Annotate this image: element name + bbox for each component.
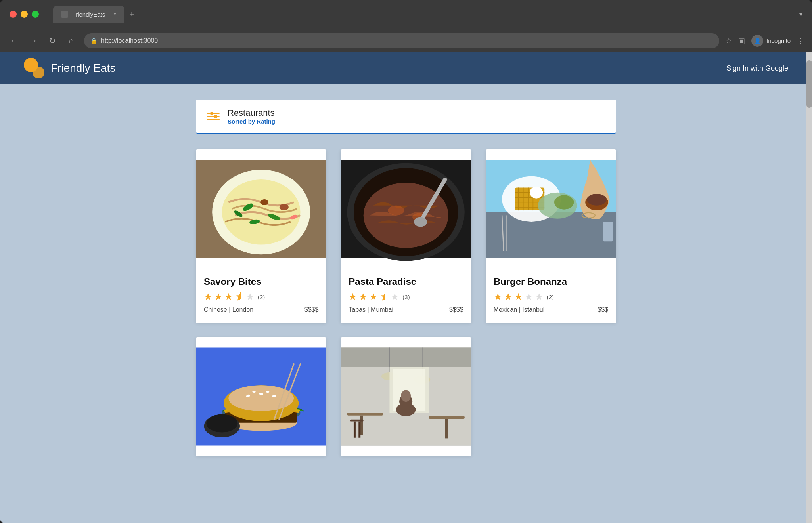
url-bar[interactable]: 🔒 http://localhost:3000 [84, 33, 719, 48]
restaurant-grid: Savory Bites ★ ★ ★ ⯨ ★ (2) Chinese | Lon… [196, 149, 616, 323]
restaurant-name-2: Pasta Paradise [349, 276, 463, 287]
star-2-1: ★ [349, 291, 357, 302]
restaurant-meta-2: Tapas | Mumbai $$$$ [349, 306, 463, 313]
svg-point-33 [554, 195, 574, 209]
filter-line-2 [207, 116, 220, 117]
app-container: Friendly Eats Sign In with Google [0, 52, 812, 523]
svg-rect-72 [445, 419, 448, 438]
close-tab-button[interactable]: × [113, 11, 117, 17]
back-button[interactable]: ← [8, 34, 21, 47]
food-svg-1 [196, 149, 326, 268]
stars-2: ★ ★ ★ ⯨ ★ (3) [349, 291, 463, 302]
restaurant-type-3: Mexican | Istanbul [494, 306, 545, 313]
svg-point-8 [260, 199, 268, 205]
svg-point-14 [388, 206, 404, 216]
filter-line-1 [207, 113, 220, 114]
svg-rect-73 [350, 420, 364, 422]
title-bar: FriendlyEats × + ▾ [0, 0, 812, 29]
sort-label: Sorted by Rating [228, 118, 275, 125]
active-tab[interactable]: FriendlyEats × [53, 6, 124, 23]
restaurant-type-1: Chinese | London [204, 306, 253, 313]
star-3-3: ★ [514, 291, 523, 302]
sidebar-icon[interactable]: ▣ [738, 36, 745, 45]
svg-rect-74 [354, 422, 356, 438]
star-3-2: ★ [504, 291, 513, 302]
tab-favicon [61, 11, 68, 18]
restaurant-card-4[interactable] [196, 337, 326, 456]
review-count-1: (2) [258, 294, 265, 300]
restaurant-image-1 [196, 149, 326, 268]
food-svg-3 [486, 149, 616, 268]
review-count-2: (3) [402, 294, 410, 300]
svg-point-7 [280, 204, 289, 210]
star-1-3: ★ [224, 291, 233, 302]
maximize-window-button[interactable] [32, 11, 39, 18]
sign-in-button[interactable]: Sign In with Google [726, 64, 788, 73]
menu-dots-button[interactable]: ⋮ [797, 36, 804, 45]
home-button[interactable]: ⌂ [65, 34, 78, 47]
tab-bar: FriendlyEats × + [53, 6, 138, 23]
star-2-4: ⯨ [379, 291, 389, 302]
restaurant-card-2[interactable]: Pasta Paradise ★ ★ ★ ⯨ ★ (3) Tapas | Mum… [341, 149, 471, 323]
filter-dot-2 [214, 115, 217, 118]
star-1-1: ★ [204, 291, 213, 302]
filter-icon[interactable] [207, 113, 220, 120]
svg-rect-59 [341, 348, 471, 367]
app-title: Friendly Eats [51, 62, 115, 74]
app-logo: Friendly Eats [24, 58, 115, 78]
incognito-badge[interactable]: 👤 Incognito [751, 35, 791, 47]
star-1-5: ★ [246, 291, 255, 302]
browser-window: FriendlyEats × + ▾ ← → ↻ ⌂ 🔒 http://loca… [0, 0, 812, 523]
forward-button[interactable]: → [27, 34, 40, 47]
restaurants-header-card: Restaurants Sorted by Rating [196, 100, 616, 134]
close-window-button[interactable] [10, 11, 17, 18]
star-1-2: ★ [214, 291, 223, 302]
incognito-label: Incognito [766, 37, 791, 44]
bookmark-icon[interactable]: ☆ [726, 36, 732, 45]
svg-rect-70 [360, 416, 363, 435]
star-3-1: ★ [494, 291, 502, 302]
restaurant-name-3: Burger Bonanza [494, 276, 608, 287]
restaurant-info-1: Savory Bites ★ ★ ★ ⯨ ★ (2) Chinese | Lon… [196, 268, 326, 323]
svg-point-56 [206, 414, 237, 432]
restaurant-grid-row-2 [196, 337, 616, 456]
nav-bar: ← → ↻ ⌂ 🔒 http://localhost:3000 ☆ ▣ 👤 In… [0, 29, 812, 52]
star-2-2: ★ [359, 291, 368, 302]
food-svg-2 [341, 149, 471, 268]
svg-rect-69 [347, 413, 383, 416]
restaurant-info-2: Pasta Paradise ★ ★ ★ ⯨ ★ (3) Tapas | Mum… [341, 268, 471, 323]
main-content: Restaurants Sorted by Rating [0, 84, 812, 523]
svg-rect-75 [359, 422, 361, 438]
food-svg-4 [196, 337, 326, 456]
filter-line-3 [207, 119, 220, 120]
svg-point-17 [414, 217, 427, 227]
star-2-5: ★ [391, 291, 399, 302]
logo-icon [24, 58, 44, 78]
svg-point-36 [587, 194, 606, 206]
scrollbar-track [806, 52, 812, 523]
star-2-3: ★ [369, 291, 378, 302]
star-1-4: ⯨ [235, 291, 244, 302]
restaurant-image-2 [341, 149, 471, 268]
restaurant-card-5[interactable] [341, 337, 471, 456]
restaurant-price-3: $$$ [598, 306, 608, 313]
traffic-lights [10, 11, 39, 18]
food-svg-5 [341, 337, 471, 456]
avatar: 👤 [751, 35, 763, 47]
restaurant-name-1: Savory Bites [204, 276, 318, 287]
restaurant-image-3 [486, 149, 616, 268]
scrollbar-thumb[interactable] [806, 60, 812, 108]
stars-1: ★ ★ ★ ⯨ ★ (2) [204, 291, 318, 302]
restaurant-card-3[interactable]: Burger Bonanza ★ ★ ★ ★ ★ (2) Mexican | I… [486, 149, 616, 323]
window-controls-dropdown[interactable]: ▾ [799, 11, 802, 18]
restaurant-image-5 [341, 337, 471, 456]
new-tab-button[interactable]: + [126, 6, 138, 23]
reload-button[interactable]: ↻ [46, 34, 59, 47]
content-wrapper: Restaurants Sorted by Rating [188, 100, 624, 456]
nav-actions: ☆ ▣ 👤 Incognito ⋮ [726, 35, 804, 47]
restaurant-meta-3: Mexican | Istanbul $$$ [494, 306, 608, 313]
restaurant-card-1[interactable]: Savory Bites ★ ★ ★ ⯨ ★ (2) Chinese | Lon… [196, 149, 326, 323]
restaurant-type-2: Tapas | Mumbai [349, 306, 393, 313]
svg-rect-71 [429, 416, 465, 419]
minimize-window-button[interactable] [21, 11, 28, 18]
